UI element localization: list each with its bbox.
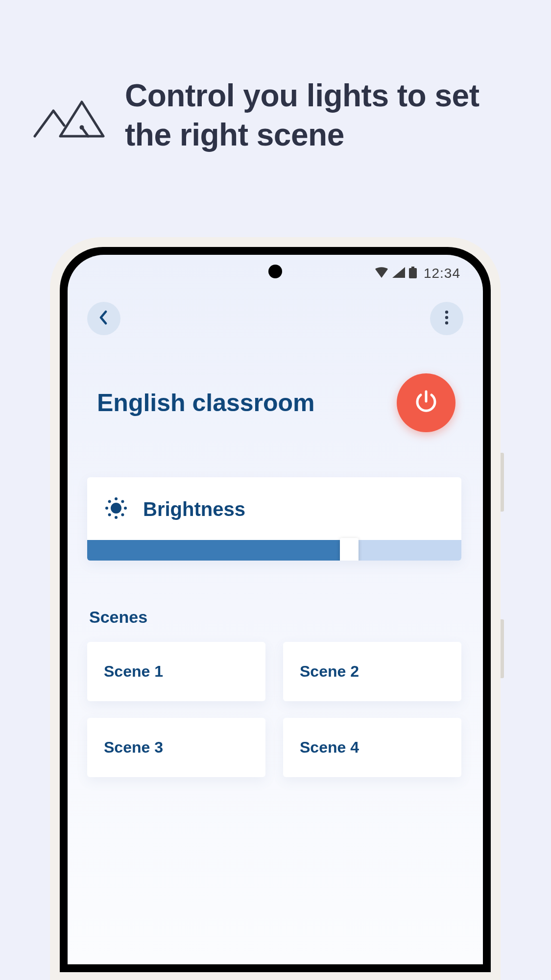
scene-card[interactable]: Scene 3 [87,718,265,777]
page-title: Control you lights to set the right scen… [125,76,522,154]
room-name: English classroom [97,389,315,417]
scene-card[interactable]: Scene 4 [283,718,461,777]
svg-point-8 [115,497,118,500]
scene-card[interactable]: Scene 1 [87,642,265,701]
scene-label: Scene 3 [104,738,163,756]
mountains-icon [32,93,105,142]
brightness-slider-thumb[interactable] [340,538,359,561]
phone-bezel: 12:34 [60,247,491,972]
brightness-icon [105,497,127,521]
more-menu-button[interactable] [430,302,463,335]
cell-signal-icon [392,267,405,280]
scene-label: Scene 2 [300,662,359,680]
scene-label: Scene 1 [104,662,163,680]
phone-camera [268,265,282,278]
brightness-header: Brightness [87,497,461,540]
page-header: Control you lights to set the right scen… [32,76,522,154]
svg-rect-3 [409,268,417,278]
scenes-grid: Scene 1 Scene 2 Scene 3 Scene 4 [87,642,461,777]
svg-line-1 [82,127,88,136]
svg-point-14 [108,513,111,516]
svg-rect-2 [411,267,414,268]
svg-point-7 [111,503,121,514]
svg-point-10 [105,507,108,510]
wifi-icon [375,267,388,280]
more-vertical-icon [444,310,449,327]
phone-frame: 12:34 [50,237,501,980]
svg-point-13 [121,500,124,503]
power-icon [413,389,439,417]
svg-point-5 [445,316,448,319]
brightness-slider[interactable] [87,540,461,561]
svg-point-4 [445,311,448,314]
status-time: 12:34 [424,266,460,281]
svg-point-9 [115,516,118,519]
brightness-card: Brightness [87,477,461,561]
nav-row [87,302,463,335]
brightness-slider-fill [87,540,349,561]
scene-card[interactable]: Scene 2 [283,642,461,701]
power-button[interactable] [397,373,455,432]
phone-screen: 12:34 [68,255,483,964]
svg-point-6 [445,321,448,324]
brightness-label: Brightness [143,498,245,520]
phone-side-button [501,619,504,678]
svg-point-12 [108,500,111,503]
battery-icon [409,267,417,280]
chevron-left-icon [99,310,109,327]
back-button[interactable] [87,302,120,335]
scene-label: Scene 4 [300,738,359,756]
scenes-title: Scenes [89,608,147,627]
svg-point-15 [121,513,124,516]
phone-side-button [501,453,504,512]
svg-point-11 [124,507,127,510]
status-bar: 12:34 [375,266,460,281]
room-header: English classroom [97,373,455,432]
